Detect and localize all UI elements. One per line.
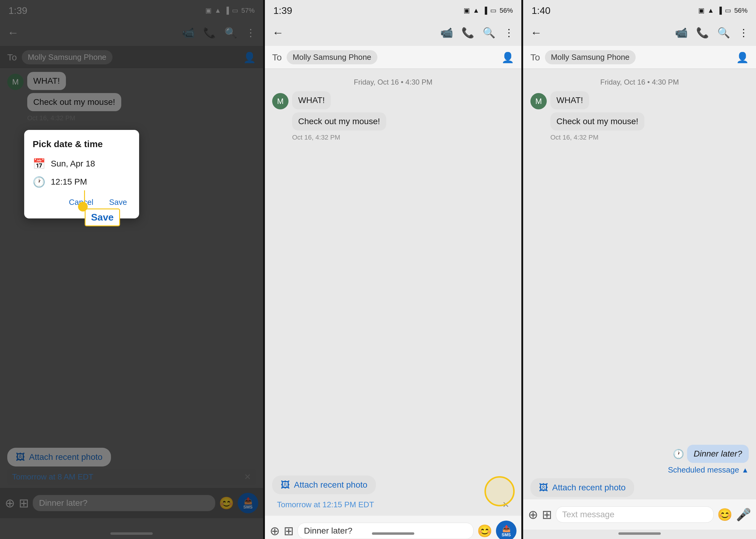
video-call-icon-right[interactable]: 📹 bbox=[675, 27, 688, 39]
annotation-text: Save bbox=[91, 212, 114, 223]
chat-area-right: Friday, Oct 16 • 4:30 PM M WHAT! M Check… bbox=[523, 69, 756, 443]
middle-panel: 1:39 ▣ ▲ ▐ ▭ 56% ← 📹 📞 🔍 ⋮ To Molly Sams… bbox=[263, 0, 523, 539]
clock-icon: 🕐 bbox=[33, 176, 46, 188]
to-row-right: To Molly Samsung Phone 👤 bbox=[523, 46, 756, 69]
left-panel: 1:39 ▣ ▲ ▐ ▭ 57% ← 📹 📞 🔍 ⋮ To Molly Sams… bbox=[0, 0, 263, 539]
app-bar-icons-right: 📹 📞 🔍 ⋮ bbox=[675, 27, 749, 39]
sim-icon-middle: ▣ bbox=[464, 7, 470, 15]
chat-area-middle: Friday, Oct 16 • 4:30 PM M WHAT! M Check… bbox=[265, 69, 521, 473]
scheduled-bubble-row: 🕐 Dinner later? bbox=[523, 443, 756, 464]
add-contact-icon-middle[interactable]: 👤 bbox=[501, 51, 514, 63]
dialog-time-row: 🕐 12:15 PM bbox=[33, 176, 131, 188]
more-icon-middle[interactable]: ⋮ bbox=[504, 27, 514, 39]
signal-icon-right: ▐ bbox=[717, 7, 722, 15]
text-input-right[interactable]: Text message bbox=[556, 506, 714, 523]
msg-row-middle-1: M WHAT! bbox=[272, 91, 514, 110]
dialog-date-row: 📅 Sun, Apr 18 bbox=[33, 158, 131, 170]
app-bar-middle: ← 📹 📞 🔍 ⋮ bbox=[265, 19, 521, 46]
dialog-time-text: 12:15 PM bbox=[51, 177, 87, 187]
phone-call-icon-middle[interactable]: 📞 bbox=[461, 27, 474, 39]
calendar-icon: 📅 bbox=[33, 158, 46, 170]
battery-icon-middle: ▭ bbox=[490, 7, 497, 15]
battery-text-middle: 56% bbox=[500, 7, 513, 15]
attach-photo-label-middle: Attach recent photo bbox=[294, 480, 367, 490]
sticker-icon-middle[interactable]: ⊞ bbox=[284, 524, 294, 538]
bubble-right-1: WHAT! bbox=[550, 91, 589, 110]
app-bar-right: ← 📹 📞 🔍 ⋮ bbox=[523, 19, 756, 46]
annotation-dot bbox=[78, 202, 88, 211]
date-sep-middle: Friday, Oct 16 • 4:30 PM bbox=[272, 78, 514, 86]
signal-icon-middle: ▐ bbox=[482, 7, 487, 15]
attach-photo-btn-right[interactable]: 🖼 Attach recent photo bbox=[530, 478, 634, 497]
attach-photo-btn-middle[interactable]: 🖼 Attach recent photo bbox=[272, 476, 376, 494]
video-call-icon-middle[interactable]: 📹 bbox=[440, 27, 453, 39]
annotation-box: Save bbox=[85, 208, 120, 226]
send-sms-label-middle: SMS bbox=[502, 533, 511, 537]
battery-text-right: 56% bbox=[734, 7, 748, 15]
scheduled-msg-bubble: Dinner later? bbox=[687, 445, 749, 463]
emoji-icon-middle[interactable]: 😊 bbox=[477, 524, 492, 538]
app-bar-icons-middle: 📹 📞 🔍 ⋮ bbox=[440, 27, 514, 39]
more-icon-right[interactable]: ⋮ bbox=[738, 27, 749, 39]
clock-icon-right: 🕐 bbox=[673, 449, 684, 459]
attach-photo-icon-right: 🖼 bbox=[539, 483, 548, 493]
battery-icon-right: ▭ bbox=[725, 7, 731, 15]
msg-row-right-1: M WHAT! bbox=[530, 91, 749, 110]
input-bar-middle: ⊕ ⊞ Dinner later? 😊 📤 SMS bbox=[265, 516, 521, 539]
status-icons-right: ▣ ▲ ▐ ▭ 56% bbox=[698, 7, 748, 15]
wifi-icon-middle: ▲ bbox=[473, 7, 480, 15]
sms-highlight-circle bbox=[484, 476, 515, 506]
phone-call-icon-right[interactable]: 📞 bbox=[696, 27, 709, 39]
scheduled-label-text: Scheduled message bbox=[668, 465, 739, 475]
msg-row-right-2: M Check out my mouse! bbox=[530, 113, 749, 130]
mic-icon-right[interactable]: 🎤 bbox=[736, 507, 751, 522]
search-icon-right[interactable]: 🔍 bbox=[717, 27, 730, 39]
contact-chip-middle[interactable]: Molly Samsung Phone bbox=[287, 50, 377, 64]
plus-icon-middle[interactable]: ⊕ bbox=[270, 524, 280, 538]
scheduled-label-row: Scheduled message ▲ bbox=[523, 464, 756, 476]
to-row-middle: To Molly Samsung Phone 👤 bbox=[265, 46, 521, 69]
scheduled-time-middle: Tomorrow at 12:15 PM EDT bbox=[277, 500, 374, 509]
emoji-icon-right[interactable]: 😊 bbox=[717, 507, 732, 522]
sim-icon-right: ▣ bbox=[698, 7, 705, 15]
status-bar-right: 1:40 ▣ ▲ ▐ ▭ 56% bbox=[523, 0, 756, 19]
search-icon-middle[interactable]: 🔍 bbox=[483, 27, 495, 39]
plus-icon-right[interactable]: ⊕ bbox=[528, 507, 538, 521]
bubble-right-2: Check out my mouse! bbox=[550, 113, 644, 130]
status-icons-middle: ▣ ▲ ▐ ▭ 56% bbox=[464, 7, 513, 15]
msg-row-middle-2: M Check out my mouse! bbox=[272, 113, 514, 130]
bubble-middle-2: Check out my mouse! bbox=[292, 113, 386, 130]
add-contact-icon-right[interactable]: 👤 bbox=[736, 51, 749, 63]
input-bar-right: ⊕ ⊞ Text message 😊 🎤 bbox=[523, 500, 756, 530]
status-time-middle: 1:39 bbox=[273, 5, 292, 16]
send-button-middle[interactable]: 📤 SMS bbox=[496, 520, 517, 539]
scheduled-area-middle: Tomorrow at 12:15 PM EDT ✕ bbox=[265, 497, 521, 513]
attach-photo-label-right: Attach recent photo bbox=[552, 483, 626, 493]
scheduled-arrow-icon[interactable]: ▲ bbox=[741, 466, 749, 474]
to-label-right: To bbox=[530, 52, 540, 62]
sticker-icon-right[interactable]: ⊞ bbox=[542, 507, 552, 521]
to-label-middle: To bbox=[272, 52, 282, 62]
save-button[interactable]: Save bbox=[106, 195, 131, 209]
dialog-title: Pick date & time bbox=[33, 139, 131, 149]
bubble-middle-1: WHAT! bbox=[292, 91, 331, 110]
attach-photo-icon-middle: 🖼 bbox=[281, 480, 290, 490]
annotation-line bbox=[84, 190, 85, 208]
avatar-middle-1: M bbox=[272, 93, 289, 110]
bubble-time-right: Oct 16, 4:32 PM bbox=[550, 133, 749, 141]
home-indicator-right bbox=[618, 532, 661, 535]
scheduled-tag-middle: Tomorrow at 12:15 PM EDT ✕ bbox=[272, 497, 514, 513]
wifi-icon-right: ▲ bbox=[708, 7, 714, 15]
dialog-overlay bbox=[0, 0, 263, 539]
contact-chip-right[interactable]: Molly Samsung Phone bbox=[545, 50, 636, 64]
avatar-right-1: M bbox=[530, 93, 547, 110]
dialog-date-text: Sun, Apr 18 bbox=[51, 159, 95, 169]
back-button-right[interactable]: ← bbox=[530, 26, 542, 39]
date-sep-right: Friday, Oct 16 • 4:30 PM bbox=[530, 78, 749, 86]
back-button-middle[interactable]: ← bbox=[272, 26, 284, 39]
save-annotation: Save bbox=[85, 208, 120, 226]
home-indicator-middle bbox=[372, 532, 414, 535]
text-input-middle[interactable]: Dinner later? bbox=[298, 523, 474, 539]
bubble-time-middle: Oct 16, 4:32 PM bbox=[292, 133, 514, 141]
status-time-right: 1:40 bbox=[531, 5, 550, 16]
